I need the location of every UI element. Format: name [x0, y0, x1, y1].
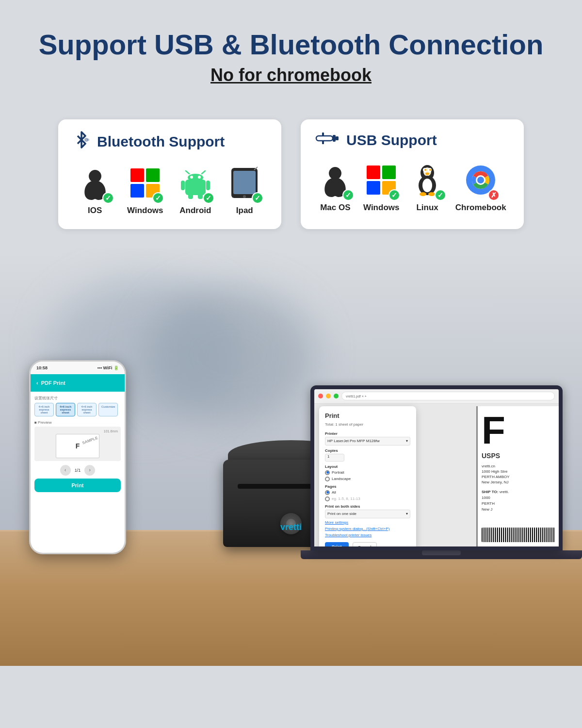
- copies-input[interactable]: 1: [325, 454, 344, 462]
- bluetooth-os-windows: ✓ Windows: [127, 166, 163, 215]
- print-dialog-sub: Total: 1 sheet of paper: [325, 422, 410, 427]
- printer-field-label: Printer: [325, 431, 410, 436]
- portrait-radio[interactable]: Portrait: [325, 470, 410, 475]
- browser-bar: vretti1.pdf × +: [314, 389, 559, 404]
- browser-max-dot[interactable]: [334, 394, 339, 398]
- custom-pages-radio[interactable]: eg. 1-5, 8, 11-13: [325, 496, 410, 501]
- url-text: vretti1.pdf × +: [346, 395, 367, 398]
- android-check: ✓: [203, 192, 214, 204]
- svg-rect-17: [233, 171, 256, 194]
- bluetooth-card-title: Bluetooth Support: [97, 133, 225, 150]
- more-settings-link[interactable]: More settings: [325, 520, 410, 525]
- svg-point-34: [429, 169, 431, 171]
- bluetooth-os-row: ✓ IOS ✓ Windows: [73, 166, 267, 215]
- phone-top-bar: ‹ PDF Print: [31, 374, 125, 392]
- phone-app-title: PDF Print: [41, 380, 65, 386]
- svg-rect-24: [322, 141, 324, 144]
- usb-windows-icon-wrapper: ✓: [364, 163, 398, 199]
- bottom-scene: 10:58 ▪▪▪ WiFi 🔋 ‹ PDF Print 设置纸张尺寸 4×6 …: [0, 248, 582, 666]
- browser-url-bar[interactable]: vretti1.pdf × +: [341, 392, 555, 400]
- linux-check: ✓: [435, 189, 446, 201]
- svg-point-37: [422, 179, 432, 192]
- preview-size-label: 101.6mm: [37, 430, 118, 433]
- paper-size-2[interactable]: 4×6 inch express sheet: [56, 403, 75, 416]
- svg-rect-21: [333, 135, 336, 142]
- bluetooth-icon: [73, 131, 90, 152]
- windows-label-usb: Windows: [363, 203, 399, 213]
- top-section: Support USB & Bluetooth Connection No fo…: [0, 0, 582, 100]
- paper-size-1[interactable]: 4×6 inch express sheet: [34, 403, 54, 416]
- linux-icon-wrapper: ✓: [410, 163, 444, 199]
- chromebook-check: ✗: [488, 189, 500, 201]
- chromebook-label: Chromebook: [455, 203, 506, 213]
- phone-pagination: ‹ 1/1 ›: [34, 465, 121, 476]
- bluetooth-os-ipad: ✓ Ipad: [227, 166, 261, 215]
- pagination-text: 1/1: [75, 468, 81, 473]
- phone-preview-label: ■ Preview: [34, 420, 121, 425]
- system-dialog-link[interactable]: Printing system dialog...(Shift+Ctrl+P): [325, 527, 410, 531]
- label-big-letter: F: [482, 411, 555, 450]
- laptop-screen-content: vretti1.pdf × + Print Total: 1 sheet of …: [314, 389, 559, 546]
- sample-text: SAMPLE: [81, 435, 98, 445]
- print-dialog: Print Total: 1 sheet of paper Printer HP…: [319, 406, 416, 550]
- usb-os-row: ✓ Mac OS ✓ Windows: [315, 163, 509, 213]
- svg-point-18: [243, 195, 246, 198]
- macos-icon-wrapper: ✓: [318, 163, 352, 199]
- landscape-radio-dot: [325, 477, 330, 481]
- phone-status-bar: 10:58 ▪▪▪ WiFi 🔋: [31, 362, 125, 374]
- svg-rect-13: [206, 181, 210, 190]
- laptop-base: [301, 550, 582, 559]
- svg-rect-27: [367, 181, 380, 195]
- usb-os-windows: ✓ Windows: [363, 163, 399, 213]
- browser-min-dot[interactable]: [326, 394, 331, 398]
- ios-check: ✓: [102, 192, 114, 204]
- troubleshoot-link[interactable]: Troubleshoot printer issues: [325, 533, 410, 537]
- svg-rect-25: [367, 165, 380, 179]
- custom-radio-dot: [325, 496, 330, 501]
- phone-body: 10:58 ▪▪▪ WiFi 🔋 ‹ PDF Print 设置纸张尺寸 4×6 …: [29, 360, 126, 554]
- usb-os-macos: ✓ Mac OS: [318, 163, 352, 213]
- all-pages-radio[interactable]: All: [325, 490, 410, 495]
- ipad-check: ✓: [252, 192, 263, 204]
- svg-rect-2: [130, 168, 144, 182]
- svg-point-8: [190, 176, 193, 179]
- laptop-touchpad[interactable]: [422, 550, 461, 555]
- paper-size-customize[interactable]: Customize: [98, 403, 118, 416]
- phone-back-arrow: ‹: [36, 380, 38, 386]
- ipad-icon-wrapper: ✓: [227, 166, 261, 202]
- dialog-print-btn[interactable]: Print: [325, 542, 349, 550]
- android-label: Android: [179, 206, 211, 215]
- landscape-radio[interactable]: Landscape: [325, 477, 410, 481]
- ios-label: IOS: [88, 206, 102, 215]
- shipping-label-preview: F USPS vretti.cn 1000 High Stre PERTH AM…: [476, 406, 559, 547]
- label-carrier: USPS: [482, 452, 555, 460]
- phone-preview-area: 101.6mm F SAMPLE: [34, 427, 121, 461]
- phone-print-button[interactable]: Print: [34, 479, 121, 492]
- phone: 10:58 ▪▪▪ WiFi 🔋 ‹ PDF Print 设置纸张尺寸 4×6 …: [29, 360, 126, 554]
- main-title: Support USB & Bluetooth Connection: [19, 29, 563, 60]
- svg-point-35: [425, 172, 429, 175]
- copies-field-label: Copies: [325, 448, 410, 453]
- page-next-btn[interactable]: ›: [84, 465, 95, 476]
- laptop: vretti1.pdf × + Print Total: 1 sheet of …: [291, 385, 582, 559]
- svg-line-10: [186, 171, 189, 174]
- laptop-screen: vretti1.pdf × + Print Total: 1 sheet of …: [310, 385, 563, 550]
- browser-close-dot[interactable]: [318, 394, 323, 398]
- usb-os-linux: ✓ Linux: [410, 163, 444, 213]
- bg-cushion-2: [146, 287, 315, 423]
- svg-rect-22: [336, 136, 339, 140]
- svg-rect-12: [181, 181, 185, 190]
- printer-select[interactable]: HP LaserJet Pro MFP M128fw ▾: [325, 437, 410, 446]
- win-check-usb: ✓: [388, 189, 400, 201]
- paper-size-3[interactable]: 4×6 inch express sheet: [77, 403, 97, 416]
- windows-label-bt: Windows: [127, 206, 163, 215]
- svg-line-11: [202, 171, 205, 174]
- svg-rect-14: [188, 193, 193, 199]
- layout-field-label: Layout: [325, 464, 410, 469]
- dialog-cancel-btn[interactable]: Cancel: [353, 542, 377, 550]
- usb-os-chromebook: ✗ Chromebook: [455, 163, 506, 213]
- page-prev-btn[interactable]: ‹: [60, 465, 71, 476]
- svg-rect-26: [382, 165, 396, 179]
- svg-rect-6: [185, 180, 206, 195]
- sides-select[interactable]: Print on one side ▾: [325, 510, 410, 518]
